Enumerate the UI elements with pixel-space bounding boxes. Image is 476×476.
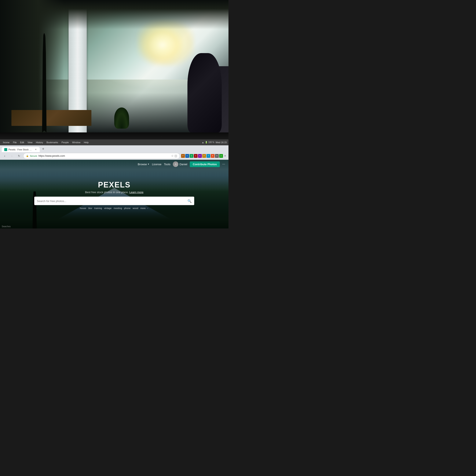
- license-nav-item[interactable]: License: [152, 163, 161, 166]
- os-menu-file[interactable]: File: [12, 141, 18, 144]
- pexels-tagline: Best free stock photos in one place. Lea…: [34, 191, 194, 194]
- tag-vintage[interactable]: vintage: [104, 207, 112, 209]
- username-label: Daniel: [179, 163, 187, 166]
- more-tags-link[interactable]: more →: [140, 207, 149, 209]
- url-bar-row: ‹ › ↻ 🔒 Secure https://www.pexels.com ☆ …: [0, 152, 228, 160]
- os-menu-help[interactable]: Help: [83, 141, 90, 144]
- pexels-navbar: Browse ▼ License Tools D Daniel Contribu…: [0, 160, 228, 169]
- chair: [187, 53, 222, 133]
- back-button[interactable]: ‹: [2, 153, 8, 159]
- plant: [114, 107, 129, 129]
- forward-button[interactable]: ›: [9, 153, 15, 159]
- os-menu-chrome[interactable]: hrome: [2, 141, 11, 144]
- ext-icon-2[interactable]: D: [185, 154, 189, 158]
- tabs-row: Pexels · Free Stock Photos ✕ +: [2, 146, 227, 152]
- tab-favicon: [4, 148, 7, 151]
- ext-icon-5[interactable]: B: [198, 154, 202, 158]
- pexels-logo: PEXELS: [34, 180, 194, 189]
- url-input[interactable]: 🔒 Secure https://www.pexels.com ☆ ◫: [23, 153, 180, 159]
- url-text: https://www.pexels.com: [38, 154, 65, 157]
- ext-icon-8[interactable]: R: [211, 154, 215, 158]
- pexels-website: Browse ▼ License Tools D Daniel Contribu…: [0, 160, 228, 228]
- refresh-button[interactable]: ↻: [16, 153, 22, 159]
- os-menu-edit[interactable]: Edit: [19, 141, 25, 144]
- bookmark-icon[interactable]: ☆: [171, 154, 174, 157]
- contribute-photos-button[interactable]: Contribute Photos: [190, 161, 220, 167]
- browse-chevron-icon: ▼: [147, 163, 149, 165]
- tag-training[interactable]: training: [94, 207, 102, 209]
- hero-content: PEXELS Best free stock photos in one pla…: [34, 180, 194, 209]
- secure-label: Secure: [30, 155, 37, 157]
- tag-house[interactable]: house: [80, 207, 86, 209]
- user-section: D Daniel: [173, 161, 187, 167]
- os-system-icons: ▲ 🔋 100 %: [202, 141, 214, 144]
- tag-blur[interactable]: blur: [88, 207, 92, 209]
- extension-icons: P D G S B P T R M A ✕: [181, 154, 227, 158]
- active-tab[interactable]: Pexels · Free Stock Photos ✕: [2, 147, 40, 152]
- os-menu-left: hrome File Edit View History Bookmarks P…: [2, 141, 90, 144]
- avatar-image: D: [173, 161, 178, 167]
- battery-percent: 100 %: [208, 141, 214, 143]
- datetime-label: Wed 16:15: [216, 141, 227, 144]
- os-menu-people[interactable]: People: [60, 141, 70, 144]
- search-tags: house blur training vintage meeting phon…: [34, 207, 194, 209]
- browse-nav-item[interactable]: Browse ▼: [138, 163, 149, 166]
- browser-window: hrome File Edit View History Bookmarks P…: [0, 139, 228, 228]
- tab-title: Pexels · Free Stock Photos: [8, 148, 33, 151]
- search-icon: 🔍: [187, 199, 192, 203]
- desk: [11, 110, 91, 126]
- monitor-bezel: [0, 133, 228, 139]
- learn-more-link[interactable]: Learn more: [130, 191, 143, 194]
- tag-phone[interactable]: phone: [124, 207, 131, 209]
- ext-icon-7[interactable]: T: [206, 154, 210, 158]
- search-bar[interactable]: 🔍: [34, 197, 194, 205]
- os-menu-history[interactable]: History: [35, 141, 44, 144]
- os-menu-view[interactable]: View: [26, 141, 34, 144]
- tag-meeting[interactable]: meeting: [114, 207, 122, 209]
- battery-icon: 🔋: [205, 141, 207, 143]
- new-tab-button[interactable]: +: [40, 146, 46, 152]
- ext-icon-10[interactable]: A: [219, 154, 223, 158]
- reader-mode-icon[interactable]: ◫: [174, 154, 177, 157]
- ext-icon-4[interactable]: S: [194, 154, 198, 158]
- user-avatar[interactable]: D: [173, 161, 178, 167]
- wifi-icon: ▲: [202, 141, 204, 144]
- url-right-icons: ☆ ◫: [171, 154, 177, 157]
- ext-icon-3[interactable]: G: [189, 154, 193, 158]
- background-photo: [0, 0, 228, 133]
- browse-label: Browse: [138, 163, 147, 166]
- os-status-bar: ▲ 🔋 100 % Wed 16:15: [202, 141, 227, 144]
- ext-icon-1[interactable]: P: [181, 154, 185, 158]
- os-menu-window[interactable]: Window: [71, 141, 82, 144]
- ext-icon-9[interactable]: M: [215, 154, 219, 158]
- more-options-icon[interactable]: ···: [222, 162, 225, 166]
- tools-nav-item[interactable]: Tools: [164, 163, 170, 166]
- window-close-button[interactable]: ✕: [223, 154, 227, 158]
- os-menu-bookmarks[interactable]: Bookmarks: [45, 141, 59, 144]
- browser-chrome: Pexels · Free Stock Photos ✕ +: [0, 145, 228, 152]
- tag-wood[interactable]: wood: [133, 207, 138, 209]
- secure-icon: 🔒: [26, 155, 29, 157]
- os-menu-bar: hrome File Edit View History Bookmarks P…: [0, 139, 228, 145]
- search-input[interactable]: [37, 199, 186, 203]
- searches-status: Searches: [2, 225, 11, 228]
- window-glow-2: [142, 26, 183, 64]
- tab-close-button[interactable]: ✕: [34, 148, 37, 151]
- ext-icon-6[interactable]: P: [202, 154, 206, 158]
